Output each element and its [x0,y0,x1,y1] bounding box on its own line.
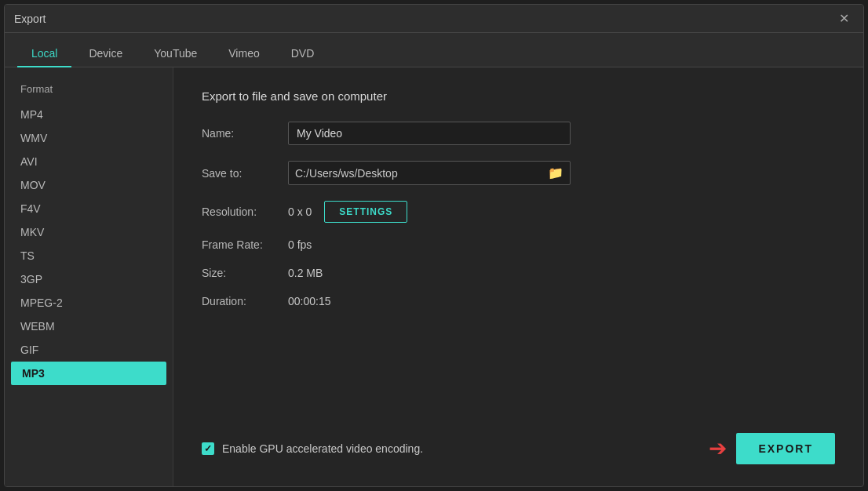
name-row: Name: [202,122,835,145]
main-panel: Export to file and save on computer Name… [173,67,863,486]
sidebar-item-ts[interactable]: TS [5,244,173,267]
frame-rate-row: Frame Rate: 0 fps [202,238,835,251]
sidebar-item-3gp[interactable]: 3GP [5,267,173,291]
tab-local[interactable]: Local [17,41,71,67]
resolution-controls: 0 x 0 SETTINGS [288,201,407,223]
sidebar-item-mpeg2[interactable]: MPEG-2 [5,291,173,315]
content-area: Format MP4 WMV AVI MOV F4V MKV TS 3GP MP… [5,67,863,486]
folder-icon[interactable]: 📁 [548,165,563,180]
footer-row: Enable GPU accelerated video encoding. ➔… [202,417,835,464]
sidebar-item-avi[interactable]: AVI [5,150,173,173]
sidebar-item-webm[interactable]: WEBM [5,315,173,338]
tab-youtube[interactable]: YouTube [140,41,211,67]
tab-bar: Local Device YouTube Vimeo DVD [5,33,863,67]
size-label: Size: [202,267,288,279]
size-value: 0.2 MB [288,267,323,279]
section-title: Export to file and save on computer [202,89,835,103]
duration-row: Duration: 00:00:15 [202,295,835,307]
sidebar-item-mp4[interactable]: MP4 [5,103,173,126]
save-to-path: C:/Users/ws/Desktop [295,167,548,180]
export-button[interactable]: EXPORT [736,433,835,464]
tab-vimeo[interactable]: Vimeo [214,41,273,67]
sidebar-item-mov[interactable]: MOV [5,173,173,197]
tab-dvd[interactable]: DVD [277,41,329,67]
sidebar-item-mp3[interactable]: MP3 [11,362,166,385]
sidebar-item-f4v[interactable]: F4V [5,197,173,220]
name-input[interactable] [288,122,571,145]
frame-rate-value: 0 fps [288,238,312,251]
frame-rate-label: Frame Rate: [202,238,288,251]
title-bar: Export ✕ [5,5,863,33]
settings-button[interactable]: SETTINGS [324,201,407,223]
resolution-value: 0 x 0 [288,205,312,218]
gpu-checkbox[interactable] [202,442,214,455]
window-title: Export [14,13,46,25]
sidebar-item-gif[interactable]: GIF [5,338,173,362]
save-to-path-wrap: C:/Users/ws/Desktop 📁 [288,161,571,185]
resolution-row: Resolution: 0 x 0 SETTINGS [202,201,835,223]
arrow-right-icon: ➔ [709,438,727,460]
gpu-checkbox-row: Enable GPU accelerated video encoding. [202,442,423,455]
size-row: Size: 0.2 MB [202,267,835,279]
export-wrap: ➔ EXPORT [709,433,835,464]
resolution-label: Resolution: [202,205,288,218]
sidebar-item-mkv[interactable]: MKV [5,220,173,244]
tab-device[interactable]: Device [75,41,137,67]
duration-value: 00:00:15 [288,295,331,307]
sidebar: Format MP4 WMV AVI MOV F4V MKV TS 3GP MP… [5,67,173,486]
save-to-row: Save to: C:/Users/ws/Desktop 📁 [202,161,835,185]
sidebar-item-wmv[interactable]: WMV [5,126,173,150]
gpu-label: Enable GPU accelerated video encoding. [222,442,423,455]
name-label: Name: [202,127,288,140]
close-button[interactable]: ✕ [834,11,854,27]
sidebar-format-label: Format [5,80,173,103]
duration-label: Duration: [202,295,288,307]
save-to-label: Save to: [202,167,288,180]
export-window: Export ✕ Local Device YouTube Vimeo DVD … [4,4,864,487]
